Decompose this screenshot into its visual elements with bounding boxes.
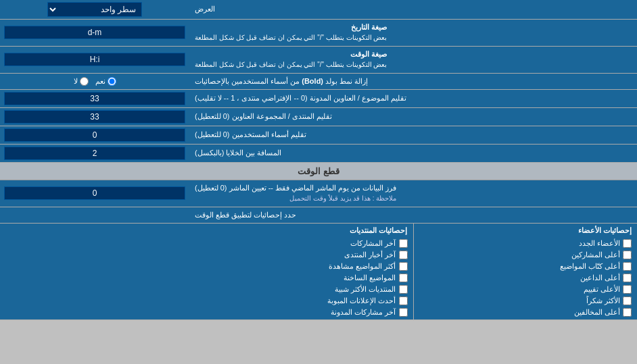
most-thanked-item: الأكثر شكراً	[419, 296, 632, 305]
time-format-desc: بعض التكوينات يتطلب "/" التي يمكن ان تضا…	[195, 61, 387, 68]
cutoff-input[interactable]	[4, 186, 185, 200]
old-topics-label: المواضيع الساخنة	[344, 274, 396, 282]
checkboxes-area: إحصائيات الأعضاء الأعضاء الجدد أعلى المش…	[0, 224, 637, 320]
new-members-label: الأعضاء الجدد	[579, 239, 620, 248]
forum-titles-input[interactable]	[4, 110, 185, 124]
forum-news-item: آخر أخبار المنتدى	[195, 251, 408, 259]
most-viewed-label: أكثر المواضيع مشاهدة	[329, 262, 396, 271]
member-stats-title: إحصائيات الأعضاء	[419, 226, 632, 235]
cell-spacing-input[interactable]	[4, 147, 185, 160]
last-shared-checkbox[interactable]	[399, 308, 408, 317]
cutoff-input-cell	[0, 180, 189, 207]
bold-remove-radio-cell: نعم لا	[0, 74, 189, 89]
time-format-label: صيغة الوقت بعض التكوينات يتطلب "/" التي …	[189, 47, 637, 73]
cutoff-note: ملاحظة : هذا قد يزيد قبلاً وقت التحميل	[289, 194, 396, 202]
date-format-input-cell: d-m	[0, 20, 189, 46]
top-bloggers-item: أعلى كتّاب المواضيع	[419, 262, 632, 271]
topic-titles-text: تقليم الموضوع / العناوين المدونة (0 -- ا…	[195, 93, 406, 103]
old-topics-item: المواضيع الساخنة	[195, 274, 408, 282]
most-similar-item: المنتديات الأكثر شبية	[195, 285, 408, 294]
forum-stats-group: إحصائيات المنتديات آخر المشاركات آخر أخب…	[189, 224, 414, 319]
stats-header-right	[0, 207, 189, 223]
top-raters-checkbox[interactable]	[623, 285, 632, 294]
top-posters-checkbox[interactable]	[623, 251, 632, 259]
topic-titles-input-cell	[0, 90, 189, 107]
cutoff-section-header: قطع الوقت	[0, 163, 637, 180]
top-donors-checkbox[interactable]	[623, 274, 632, 282]
last-posts-label: آخر المشاركات	[350, 239, 396, 248]
page-title-text: العرض	[195, 4, 215, 14]
cell-spacing-label: المسافة بين الخلايا (بالبكسل)	[189, 145, 637, 162]
display-mode-cell: سطر واحد سطرين	[0, 0, 189, 19]
new-members-checkbox[interactable]	[623, 239, 632, 248]
top-donors-item: أعلى الداعين	[419, 274, 632, 282]
time-format-title: صيغة الوقت	[350, 50, 387, 58]
recent-ads-label: أحدث الإعلانات المبوبة	[327, 296, 396, 305]
top-bloggers-checkbox[interactable]	[623, 262, 632, 271]
topic-titles-label: تقليم الموضوع / العناوين المدونة (0 -- ا…	[189, 90, 637, 107]
member-stats-group: إحصائيات الأعضاء الأعضاء الجدد أعلى المش…	[414, 224, 638, 319]
cell-spacing-text: المسافة بين الخلايا (بالبكسل)	[195, 148, 282, 158]
top-donors-label: أعلى الداعين	[580, 274, 620, 282]
top-referrers-label: أعلى المخالفين	[574, 308, 620, 317]
top-posters-label: أعلى المشاركين	[571, 251, 620, 259]
topic-titles-input[interactable]	[4, 92, 185, 105]
forum-titles-input-cell	[0, 108, 189, 126]
usernames-trim-text: تقليم أسماء المستخدمين (0 للتعطيل)	[195, 130, 306, 140]
top-bloggers-label: أعلى كتّاب المواضيع	[560, 262, 620, 271]
radio-no-text: لا	[74, 77, 78, 86]
last-shared-label: آخر مشاركات المدونة	[331, 308, 396, 317]
date-format-title: صيغة التاريخ	[351, 23, 387, 31]
radio-yes-text: نعم	[95, 77, 105, 86]
forum-titles-text: تقليم المنتدى / المجموعة العناوين (0 للت…	[195, 111, 332, 122]
recent-ads-checkbox[interactable]	[399, 296, 408, 305]
usernames-trim-input-cell	[0, 126, 189, 144]
stats-empty-col	[0, 224, 189, 319]
last-posts-checkbox[interactable]	[399, 239, 408, 248]
new-members-item: الأعضاء الجدد	[419, 239, 632, 248]
recent-ads-item: أحدث الإعلانات المبوبة	[195, 296, 408, 305]
cutoff-label: فرز البيانات من يوم الماشر الماضي فقط --…	[189, 180, 637, 207]
last-shared-item: آخر مشاركات المدونة	[195, 308, 408, 317]
forum-news-checkbox[interactable]	[399, 251, 408, 259]
radio-yes-label[interactable]: نعم	[95, 77, 116, 86]
top-referrers-checkbox[interactable]	[623, 308, 632, 317]
display-mode-select[interactable]: سطر واحد سطرين	[47, 2, 142, 17]
date-format-desc: بعض التكوينات يتطلب "/" التي يمكن ان تضا…	[195, 34, 387, 41]
top-raters-item: الأعلى تقييم	[419, 285, 632, 294]
date-format-label: صيغة التاريخ بعض التكوينات يتطلب "/" الت…	[189, 20, 637, 46]
stats-header-text: حدد إحصائيات لتطبيق قطع الوقت	[195, 210, 296, 220]
usernames-trim-label: تقليم أسماء المستخدمين (0 للتعطيل)	[189, 126, 637, 144]
last-posts-item: آخر المشاركات	[195, 239, 408, 248]
cutoff-main-text: فرز البيانات من يوم الماشر الماضي فقط --…	[195, 184, 396, 192]
forum-stats-title: إحصائيات المنتديات	[195, 226, 408, 235]
stats-header-label-cell: حدد إحصائيات لتطبيق قطع الوقت	[189, 207, 637, 223]
most-similar-label: المنتديات الأكثر شبية	[335, 285, 396, 294]
page-title-label: العرض	[189, 0, 637, 19]
radio-no-label[interactable]: لا	[74, 77, 89, 86]
most-viewed-checkbox[interactable]	[399, 262, 408, 271]
top-posters-item: أعلى المشاركين	[419, 251, 632, 259]
cell-spacing-input-cell	[0, 145, 189, 162]
time-format-input-cell: H:i	[0, 47, 189, 73]
top-raters-label: الأعلى تقييم	[584, 285, 620, 294]
forum-news-label: آخر أخبار المنتدى	[344, 251, 396, 259]
most-thanked-label: الأكثر شكراً	[586, 296, 620, 305]
bold-remove-label: إزالة نمط بولد (Bold) من أسماء المستخدمي…	[189, 74, 637, 89]
most-viewed-item: أكثر المواضيع مشاهدة	[195, 262, 408, 271]
top-referrers-item: أعلى المخالفين	[419, 308, 632, 317]
radio-no[interactable]	[80, 77, 89, 86]
radio-yes[interactable]	[108, 77, 116, 86]
usernames-trim-input[interactable]	[4, 128, 185, 142]
date-format-input[interactable]: d-m	[4, 26, 185, 39]
old-topics-checkbox[interactable]	[399, 274, 408, 282]
cutoff-title: قطع الوقت	[298, 166, 339, 176]
most-thanked-checkbox[interactable]	[623, 296, 632, 305]
forum-titles-label: تقليم المنتدى / المجموعة العناوين (0 للت…	[189, 108, 637, 126]
most-similar-checkbox[interactable]	[399, 285, 408, 294]
time-format-input[interactable]: H:i	[4, 53, 185, 66]
